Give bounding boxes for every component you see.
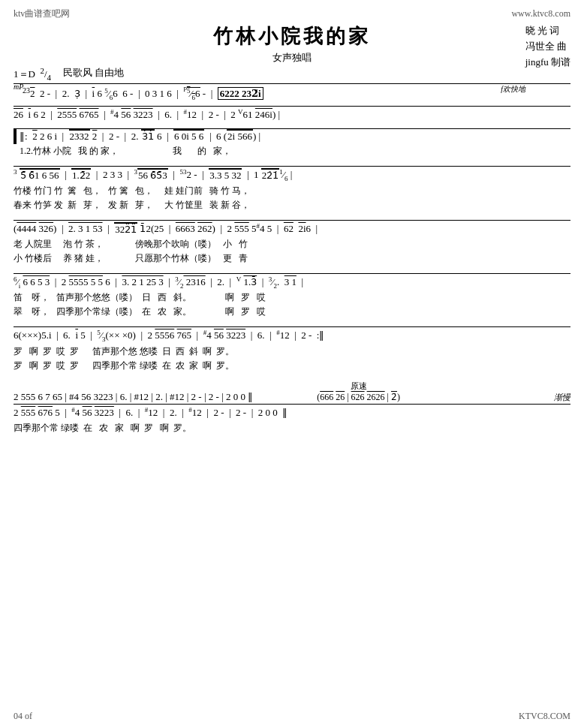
page-number: 04 of (14, 711, 32, 722)
site-right: www.ktvc8.com (511, 8, 570, 20)
ending-label: 2 555 6 7 65 | #4 56 3223 | 6. | #12 | 2… (14, 391, 253, 403)
notation-row-1: mP 232 2 - | 2. 3̣ | i 6 5⁄66 6 - | 0 3 … (14, 83, 570, 106)
lyrics-row-7a: 罗 啊 罗 哎 罗 笛声那个悠 悠喽 日 西 斜 啊 罗。 (14, 344, 570, 359)
song-subtitle: 女声独唱 (14, 51, 570, 65)
lyrics-row-8: 四季那个常 绿喽 在 农 家 啊 罗 啊 罗。 (14, 421, 570, 437)
composer: 冯世全 曲 (525, 39, 570, 55)
notation-row-7: 6(×××)5.i | 6. i 5 | 5⁄3(×× ×0) | 2 5556… (14, 326, 570, 344)
lyrics-row-4a: 竹楼 竹门 竹 篱 包， 竹 篱 包， 娃 娃门前 骑 竹 马， (14, 184, 570, 198)
notation-row-6: 6⁄i 6 6 5 3 | 2 5555 5 5 6 | 3. 2 1 25 3… (14, 273, 570, 291)
lyrics-row-5b: 小 竹楼后 养 猪 娃， 只愿那个竹林（喽） 更 青 (14, 251, 570, 267)
notation-row-2: 26 i 6 2 | 2555 6765 | #4 56 3223 | 6. |… (14, 106, 570, 122)
lyrics-row-3: 1.2.竹林 小院 我 的 家， 我 的 家， (14, 144, 570, 160)
site-left: ktv曲谱查吧网 (14, 8, 70, 20)
lyrics-row-4b: 春来 竹笋 发 新 芽， 发 新 芽， 大 竹筐里 装 新 谷， (14, 198, 570, 214)
top-bar: ktv曲谱查吧网 www.ktvc8.com (14, 8, 570, 20)
bottom-bar: 04 of KTVC8.COM (14, 711, 570, 722)
page-container: ktv曲谱查吧网 www.ktvc8.com 竹林小院我的家 女声独唱 晓 光 … (0, 0, 584, 728)
song-title: 竹林小院我的家 (14, 23, 570, 50)
notation-row-8: 2 555 676 5 | #4 56 3223 | 6. | #12 | 2.… (14, 404, 570, 420)
key-signature: 1＝D 2/4 (14, 66, 51, 82)
jianchan-label: 渐慢 (554, 392, 570, 403)
lyrics-row-6b: 翠 呀， 四季那个常绿（喽） 在 农 家。 啊 罗 哎 (14, 305, 570, 320)
notation-row-4: 3 5̄ 6̄1 6 56 | 1.2̄2 | 2 3 3 | 356 6̄5̄… (14, 166, 570, 184)
style-marking: 民歌风 自由地 (63, 66, 124, 82)
lyrics-row-5a: 老 人院里 泡 竹 茶， 傍晚那个吹响（喽） 小 竹 (14, 237, 570, 251)
arranger: jingfu 制谱 (525, 55, 570, 71)
title-area: 竹林小院我的家 女声独唱 晓 光 词 冯世全 曲 jingfu 制谱 (14, 23, 570, 65)
lyricist: 晓 光 词 (525, 23, 570, 39)
notation-section: mP 232 2 - | 2. 3̣ | i 6 5⁄66 6 - | 0 3 … (14, 83, 570, 437)
notation-row-3: ‖: 2 2 6 i | 2332 2 | 2 - | 2. 3̇1̇ 6 | … (14, 128, 570, 144)
notation-content-1: 232 2 - | 2. 3̣ | i 6 5⁄66 6 - | 0 3 1 6… (23, 88, 266, 99)
author-area: 晓 光 词 冯世全 曲 jingfu 制谱 (525, 23, 570, 70)
lyrics-row-6a: 笛 呀， 笛声那个悠悠（喽） 日 西 斜。 啊 罗 哎 (14, 290, 570, 305)
ending-header: 2 555 6 7 65 | #4 56 3223 | 6. | #12 | 2… (14, 381, 570, 403)
header-left: 1＝D 2/4 民歌风 自由地 (14, 66, 124, 82)
bottom-site: KTVC8.COM (519, 711, 570, 722)
notation-row-5: (4444 326) | 2. 3 1 53 | 322̈1̈ 1̄2(25 |… (14, 220, 570, 236)
header-info: 1＝D 2/4 民歌风 自由地 (14, 66, 570, 82)
yuansu-label: 原速 (666 26 | 626 2626 | 2̇) (317, 381, 400, 403)
lyrics-row-7b: 罗 啊 罗 哎 罗 四季那个常 绿喽 在 农 家 啊 罗。 (14, 359, 570, 375)
